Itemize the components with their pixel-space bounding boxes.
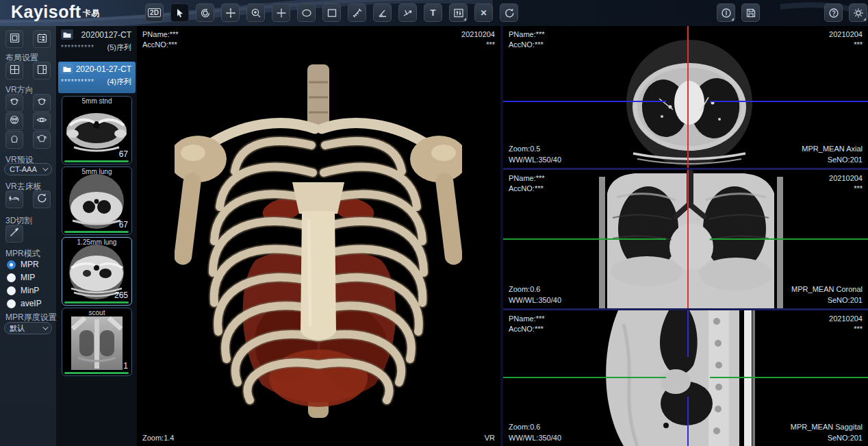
vr-face-view-button[interactable] [5, 112, 23, 130]
eye-icon [36, 114, 47, 128]
patient-name-label: PName:*** [509, 314, 545, 323]
radio-icon [7, 273, 16, 282]
series-thumbnail-5mm-lung[interactable]: 5mm lung 67 [62, 166, 132, 235]
settings-button[interactable] [849, 3, 867, 22]
restore-bed-button[interactable] [33, 190, 51, 208]
vr-rotate-right-button[interactable] [33, 94, 51, 112]
crosshair-vertical-line[interactable] [687, 310, 689, 357]
accession-label: AccNO:*** [509, 325, 544, 333]
cobb-angle-tool-button[interactable] [398, 3, 417, 22]
thumbnail-progress-bar [64, 160, 129, 162]
series-thumbnail-5mm-stnd[interactable]: 5mm stnd 67 [62, 96, 132, 164]
folder-icon [61, 29, 73, 40]
layout-grid-button[interactable] [5, 62, 23, 79]
series-thumbnail-scout[interactable]: scout 1 [62, 308, 132, 376]
layout-split-button[interactable] [33, 62, 51, 79]
angle-tool-button[interactable] [373, 3, 392, 22]
vr-rendering [175, 55, 462, 428]
study-date-label: 20210204 [829, 314, 863, 323]
study-item-2-selected[interactable]: 2020-01-27-CT ********** (4)序列 [58, 62, 136, 93]
crosshair-vertical-line[interactable] [687, 397, 689, 446]
view-mode-label: MPR_MEAN Axial [802, 145, 863, 153]
view-mode-label: MPR_MEAN Saggital [791, 423, 863, 431]
study-item-1[interactable]: 20200127-CT ********** (5)序列 [58, 27, 136, 59]
mpr-thickness-select[interactable]: 默认 [4, 322, 52, 334]
head-rotate-left-icon [9, 96, 20, 110]
layout-grid-icon [10, 64, 20, 77]
2d-view-button[interactable]: 2D [145, 3, 164, 22]
vr-eye-view-button[interactable] [33, 112, 51, 130]
layout-single-button[interactable] [5, 30, 23, 48]
pan-tool-button[interactable] [221, 3, 240, 22]
mpr-axial-viewport[interactable]: PName:*** AccNO:*** 20210204 *** Zoom:0.… [503, 26, 868, 168]
window-level-label: WW/WL:350/40 [509, 434, 561, 442]
pan-icon [225, 8, 236, 18]
rotate-3d-tool-button[interactable] [196, 3, 214, 22]
restore-icon [36, 193, 47, 206]
mpr-mode-option-mpr[interactable]: MPR [7, 260, 39, 269]
face-icon [9, 114, 20, 128]
thumbnail-title: 5mm stnd [62, 97, 131, 105]
masked-label: *** [854, 184, 863, 193]
remove-bed-button[interactable] [5, 190, 23, 208]
mpr-mode-option-label: MinP [21, 286, 39, 295]
mpr-sagittal-viewport[interactable]: PName:*** AccNO:*** 20210204 *** Zoom:0.… [503, 310, 868, 446]
text-icon: T [431, 8, 436, 18]
vr-preset-select[interactable]: CT-AAA [4, 163, 52, 175]
brand-text-cn: 卡易 [83, 8, 100, 18]
ellipse-tool-button[interactable] [297, 3, 316, 22]
crosshair-horizontal-line[interactable] [503, 377, 666, 378]
window-level-button[interactable] [449, 3, 468, 22]
head-front-icon [9, 133, 20, 147]
measure-tool-button[interactable] [348, 3, 366, 22]
layout-single-icon [10, 33, 20, 46]
left-sidebar: 布局设置 VR方向 VR预设 CT-AAA VR去床 [0, 26, 57, 446]
vr-viewport[interactable]: PName:*** AccNO:*** 20210204 *** Zoom:1.… [137, 26, 500, 446]
masked-label: *** [486, 40, 495, 49]
crosshair-horizontal-line[interactable] [710, 377, 868, 378]
delete-annotation-button[interactable]: ✕ [474, 3, 493, 22]
cut3d-button[interactable] [5, 225, 23, 243]
zoom-level-label: Zoom:0.6 [509, 423, 540, 431]
thumbnail-image-count: 67 [119, 220, 128, 230]
save-button[interactable] [741, 3, 760, 22]
mpr-mode-option-aveip[interactable]: aveIP [7, 299, 42, 308]
crosshair-horizontal-line[interactable] [503, 101, 666, 102]
series-thumbnail-125mm-lung[interactable]: 1.25mm lung 265 [62, 237, 132, 306]
rectangle-tool-button[interactable] [322, 3, 341, 22]
vr-preset-value: CT-AAA [10, 165, 37, 173]
masked-label: *** [854, 40, 863, 49]
crosshair-horizontal-line[interactable] [710, 238, 868, 240]
layout-custom-button[interactable] [33, 30, 51, 48]
vr-head-front-button[interactable] [5, 131, 23, 149]
crosshair-vertical-line[interactable] [687, 170, 689, 308]
thumbnail-title: 5mm lung [62, 168, 131, 175]
crosshair-vertical-line[interactable] [687, 26, 689, 168]
thumbnail-progress-bar [64, 231, 129, 233]
toolbar-mid-group [717, 3, 760, 22]
cursor-tool-button[interactable] [170, 3, 189, 22]
crosshair-horizontal-line[interactable] [710, 101, 868, 102]
vr-head-back-button[interactable] [33, 131, 51, 149]
view-mode-label: MPR_MEAN Coronal [791, 285, 863, 293]
thumbnail-title: 1.25mm lung [62, 238, 131, 246]
reset-view-button[interactable] [500, 3, 518, 22]
radio-icon [7, 286, 16, 295]
radio-icon [7, 299, 16, 308]
masked-label: *** [854, 325, 863, 333]
mpr-mode-option-mip[interactable]: MIP [7, 273, 35, 282]
mpr-coronal-viewport[interactable]: PName:*** AccNO:*** 20210204 *** Zoom:0.… [503, 170, 868, 308]
accession-label: AccNO:*** [509, 40, 544, 49]
info-button[interactable] [717, 3, 735, 22]
crosshair-horizontal-line[interactable] [503, 238, 666, 240]
text-tool-button[interactable]: T [424, 3, 442, 22]
mpr-mode-option-minp[interactable]: MinP [7, 286, 39, 295]
help-button[interactable] [824, 3, 843, 22]
cobb-angle-icon [403, 8, 413, 18]
zoom-tool-button[interactable] [246, 3, 265, 22]
save-icon [745, 8, 756, 18]
crosshair-tool-button[interactable] [272, 3, 290, 22]
layout-custom-icon [37, 33, 47, 46]
accession-label: AccNO:*** [142, 40, 177, 49]
vr-rotate-left-button[interactable] [5, 94, 23, 112]
